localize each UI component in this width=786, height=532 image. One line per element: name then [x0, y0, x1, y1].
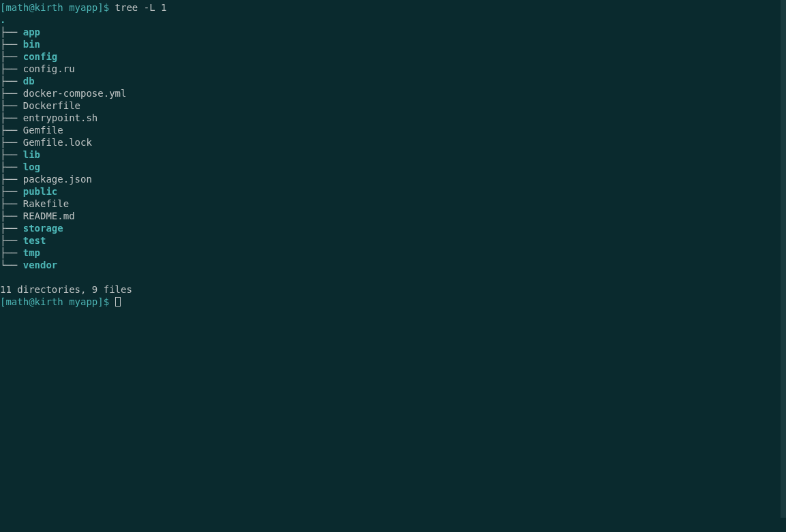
directory-name: app — [23, 26, 40, 38]
tree-item: ├── Gemfile — [0, 124, 781, 136]
tree-summary: 11 directories, 9 files — [0, 283, 781, 296]
tree-branch-icon: ├── — [0, 136, 23, 148]
tree-item: ├── Dockerfile — [0, 99, 781, 112]
scrollbar[interactable] — [781, 0, 786, 532]
file-name: Rakefile — [23, 198, 69, 210]
root-dot: . — [0, 14, 5, 25]
tree-branch-icon: ├── — [0, 75, 23, 87]
tree-branch-icon: ├── — [0, 26, 23, 38]
tree-branch-icon: └── — [0, 259, 23, 271]
command-text: tree -L 1 — [115, 2, 167, 13]
command-line-1: [math@kirth myapp]$ tree -L 1 — [0, 1, 781, 14]
tree-item: ├── package.json — [0, 173, 781, 185]
directory-name: public — [23, 185, 58, 198]
file-name: package.json — [23, 173, 92, 185]
tree-item: ├── config — [0, 50, 781, 63]
tree-branch-icon: ├── — [0, 50, 23, 63]
directory-name: tmp — [23, 247, 40, 259]
blank-line — [0, 271, 781, 283]
tree-branch-icon: ├── — [0, 198, 23, 210]
directory-name: db — [23, 75, 35, 87]
directory-name: log — [23, 161, 40, 173]
tree-item: ├── bin — [0, 38, 781, 50]
tree-item: ├── log — [0, 161, 781, 173]
shell-prompt: [math@kirth myapp]$ — [0, 296, 115, 307]
directory-name: bin — [23, 38, 40, 50]
directory-name: test — [23, 234, 46, 247]
tree-item: └── vendor — [0, 259, 781, 271]
cursor-icon — [115, 297, 121, 307]
directory-name: storage — [23, 222, 63, 234]
scrollbar-thumb[interactable] — [781, 0, 786, 518]
tree-branch-icon: ├── — [0, 112, 23, 124]
shell-prompt: [math@kirth myapp]$ — [0, 2, 115, 13]
file-name: entrypoint.sh — [23, 112, 98, 124]
tree-branch-icon: ├── — [0, 38, 23, 50]
file-name: Gemfile — [23, 124, 63, 136]
tree-branch-icon: ├── — [0, 210, 23, 222]
tree-root: . — [0, 14, 781, 26]
tree-item: ├── public — [0, 185, 781, 198]
file-name: config.ru — [23, 63, 75, 75]
tree-branch-icon: ├── — [0, 185, 23, 198]
tree-item: ├── Rakefile — [0, 198, 781, 210]
tree-branch-icon: ├── — [0, 222, 23, 234]
tree-branch-icon: ├── — [0, 87, 23, 99]
tree-item: ├── app — [0, 26, 781, 38]
file-name: docker-compose.yml — [23, 87, 127, 99]
tree-branch-icon: ├── — [0, 63, 23, 75]
tree-item: ├── config.ru — [0, 63, 781, 75]
command-line-2: [math@kirth myapp]$ — [0, 296, 781, 308]
tree-listing: ├── app├── bin├── config├── config.ru├──… — [0, 26, 781, 271]
tree-branch-icon: ├── — [0, 234, 23, 247]
directory-name: vendor — [23, 259, 58, 271]
tree-branch-icon: ├── — [0, 247, 23, 259]
file-name: README.md — [23, 210, 75, 222]
tree-branch-icon: ├── — [0, 124, 23, 136]
tree-item: ├── entrypoint.sh — [0, 112, 781, 124]
tree-branch-icon: ├── — [0, 161, 23, 173]
tree-branch-icon: ├── — [0, 148, 23, 161]
tree-item: ├── Gemfile.lock — [0, 136, 781, 148]
terminal-output[interactable]: [math@kirth myapp]$ tree -L 1 . ├── app├… — [0, 0, 781, 532]
tree-branch-icon: ├── — [0, 173, 23, 185]
tree-item: ├── storage — [0, 222, 781, 234]
directory-name: lib — [23, 148, 40, 161]
file-name: Gemfile.lock — [23, 136, 92, 148]
tree-item: ├── db — [0, 75, 781, 87]
directory-name: config — [23, 50, 58, 63]
tree-item: ├── lib — [0, 148, 781, 161]
tree-item: ├── tmp — [0, 247, 781, 259]
tree-item: ├── docker-compose.yml — [0, 87, 781, 99]
tree-item: ├── test — [0, 234, 781, 247]
tree-branch-icon: ├── — [0, 99, 23, 112]
tree-item: ├── README.md — [0, 210, 781, 222]
file-name: Dockerfile — [23, 99, 80, 112]
